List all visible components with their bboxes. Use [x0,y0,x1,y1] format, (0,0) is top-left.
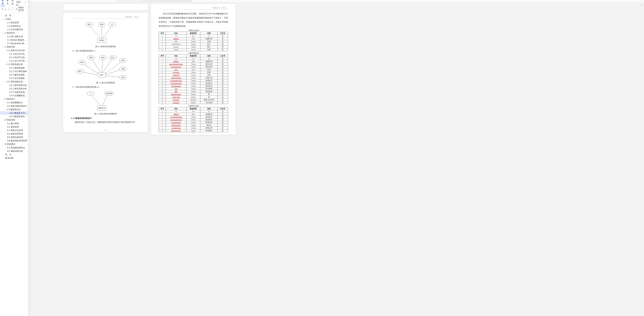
er-attr: 电话 [119,75,127,80]
outline-item[interactable]: 1.2 目的和意义 [0,24,28,28]
outline-item[interactable]: ▾6 系统测试 [0,142,28,146]
er-diagram-employer: 密码 性别 姓名 状态 账号 编号 年龄 电话 雇主 [71,53,140,81]
svg-line-9 [82,63,98,74]
figure-caption: 图 4.5 雇主实体属性图 [71,82,140,84]
outline-item[interactable]: ▾4.3 数据库设计 [0,108,28,111]
er-attr: 密码 [98,22,106,27]
er-attr: 编号 [76,69,84,74]
outline-item[interactable]: 3.1.1 技术可行性分析 [0,52,28,56]
figure-caption: 图 4.6 项目类型实体属性图 [71,112,140,115]
page-number: 15 [151,132,236,134]
er-attr: 账号 [78,60,86,65]
page-15: 毕业设计（论文） 并在已经完成创建的数据库文件里面，为程序运行中产生的数据建立对… [150,4,236,135]
plus-icon[interactable]: ＋ [8,8,10,10]
svg-line-11 [91,95,102,107]
svg-line-0 [90,26,102,40]
er-attr: 姓名 [109,56,116,60]
er-attr: Id [87,91,94,96]
outline-item[interactable]: 3.3.2 登录流程分析 [0,87,28,90]
er-attr: 账号 [86,22,93,27]
vertical-ruler: ⌐ « [28,0,30,316]
outline-item[interactable]: 5.5 需求信息管理 [0,136,28,139]
outline-item[interactable]: 3.3.4 信息删除流程分析 [0,94,28,97]
outline-item[interactable]: 3.2.2 可扩展性指标 [0,70,28,73]
outline-item[interactable]: 1.3 论文结构安排 [0,28,28,31]
outline-item[interactable]: 2.3 Spring Boot 框架介绍 [0,42,28,45]
outline-item[interactable]: ▾1 绪论 [0,17,28,21]
outline-tree[interactable]: 目 录▾1 绪论1.1 研究背景1.2 目的和意义1.3 论文结构安排▾2 相关… [0,13,28,316]
er-attr: 状态 [119,58,127,62]
outline-item[interactable]: 6.1 系统测试的特点 [0,146,28,150]
er-attr: 密码 [87,56,95,60]
svg-line-5 [102,58,113,74]
outline-item[interactable]: 3.2.1 易用性指标 [0,66,28,70]
target-icon: ◎ [16,8,18,10]
er-entity: 维修分类 [97,106,106,110]
outline-item[interactable]: 5.1 雇主管理 [0,122,28,125]
er-attr: 分类名称 [104,91,114,96]
er-attr: 性别 [99,56,106,60]
outline-item[interactable]: 4.3.2 数据库表结构设计 [0,115,28,118]
svg-line-2 [102,26,112,40]
figure-caption: 图 4.4 管理员实体属性图 [71,45,140,48]
svg-line-4 [102,58,103,74]
locate-icon[interactable]: ⊙ [640,4,643,7]
outline-item[interactable]: ▾2 相关技术 [0,31,28,35]
outline-item[interactable]: 2.2 MySQL 数据库介绍 [0,38,28,42]
table-title: 2 服务项目表 [159,52,228,54]
outline-item[interactable]: 3.3.1 操作流程分析 [0,84,28,87]
outline-item[interactable]: 5.2 雇员管理 [0,125,28,129]
outline-item[interactable]: ▾3.2 系统性能分析 [0,62,28,66]
sidebar-toolbar: ▾ ▴ ＋ － ◎ 智能识别目录 [0,5,28,13]
outline-item[interactable]: 3.1.3 运行可行性分析 [0,59,28,62]
outline-item[interactable]: 4.2 系统功能结构设计 [0,104,28,108]
outline-item[interactable]: 6.2 测试结果分析 [0,150,28,153]
outline-item[interactable]: 结 论 [0,153,28,156]
outline-item[interactable]: ▾3.3 系统流程分析 [0,80,28,84]
outline-item[interactable]: 1.1 研究背景 [0,21,28,24]
outline-item[interactable]: 5.4 项目类型管理 [0,132,28,136]
outline-item[interactable]: 目 录 [0,14,28,17]
svg-line-12 [102,95,108,107]
outline-item[interactable]: 4.1 系统概要设计 [0,101,28,104]
outline-item[interactable]: ▾4 系统设计 [0,97,28,101]
body-line: （2）雇主实体属性图见图 4.5。 [71,49,140,53]
horizontal-ruler: 7654321▽12345678910111213141516171819202… [30,0,644,2]
outline-item[interactable]: 参考文献 [0,156,28,160]
er-diagram-admin: 账号 密码 ID 管理员 [71,20,140,44]
outline-item[interactable]: 4.3.1 数据库 E-R 图设计 [0,111,28,115]
page-number: 14 [63,129,148,131]
heading-4-3-2: 4.3.2 数据库表结构设计 [71,117,140,120]
outline-item[interactable]: ▾3.1 系统可行性分析 [0,49,28,52]
page-header: 毕业设计（论文） [159,7,228,10]
smart-outline-label: 智能识别目录 [18,6,25,12]
table-title: 3 资料认证表 [159,105,228,107]
document-canvas[interactable]: 7654321▽12345678910111213141516171819202… [30,0,644,316]
outline-item[interactable]: 5.3 资料认证管理 [0,129,28,132]
close-icon[interactable]: × [24,0,27,4]
outline-item[interactable]: 5.6 服务项目管理管理 [0,139,28,142]
outline-item[interactable]: ▾3 系统分析 [0,45,28,49]
body-paragraph: 并在已经完成创建的数据库文件里面，为程序运行中产生的数据建立对应的数据表格，数据… [159,12,228,28]
er-attr: 年龄 [119,67,127,71]
outline-item[interactable]: ▾5 系统实现 [0,118,28,122]
page-header: 毕业设计（论文） [71,16,140,18]
sidebar-tabs: 目录 章节 书签 查找和替换 × [0,0,28,5]
outline-item[interactable]: 2.1 B/S 结构介绍 [0,35,28,38]
svg-line-3 [91,58,102,74]
outline-item[interactable]: 3.1.2 经济可行性分析 [0,56,28,59]
outline-item[interactable]: 3.2.4 安全性指标 [0,76,28,80]
outline-item[interactable]: 3.3.3 信息添加流程分析 [0,90,28,94]
chevron-up-icon[interactable]: ▴ [5,8,7,10]
minus-icon[interactable]: － [11,8,13,10]
outline-item[interactable]: 3.2.3 健壮性指标 [0,73,28,76]
chevron-down-icon[interactable]: ▾ [1,8,4,10]
page-prev-bottom [63,4,148,11]
er-entity: 雇主 [98,72,106,77]
db-table-2: 序号列名数据类型说明允许空1IdIntid否2addtimeDate创建时间是3… [159,54,228,104]
smart-outline-button[interactable]: ◎ 智能识别目录 [14,6,26,12]
sidebar: 目录 章节 书签 查找和替换 × ▾ ▴ ＋ － ◎ 智能识别目录 目 录▾1 … [0,0,28,316]
table-title: 1 网站公告表 [159,29,228,32]
page-14: 毕业设计（论文） 账号 密码 ID 管理员 图 4.4 管理员实体属性图 （2）… [63,12,148,132]
body-line: （3）项目类型实体属性图见图 4.6。 [71,86,140,89]
